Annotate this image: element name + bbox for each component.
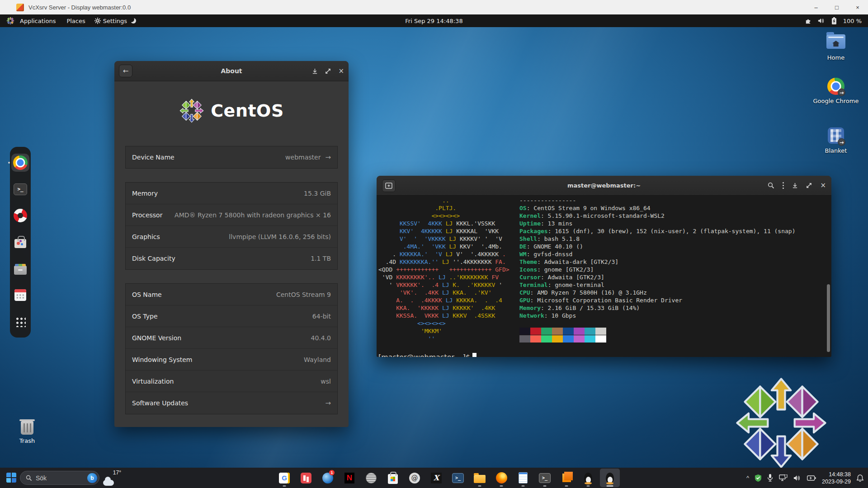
menu-kebab-icon[interactable] xyxy=(783,185,784,186)
taskbar-app-netflix[interactable]: N xyxy=(340,469,359,487)
terminal-line: '' xyxy=(378,335,831,343)
terminal-line: KKSSA. VKKK LJ KKKV .4SSKKNetwork: 10 Gb… xyxy=(378,312,831,319)
about-row-software-updates[interactable]: Software Updates→ xyxy=(126,392,337,414)
network-display-icon[interactable] xyxy=(779,474,788,482)
topbar-clock[interactable]: Fri Sep 29 14:48:38 xyxy=(405,18,462,24)
back-button[interactable]: ← xyxy=(119,65,132,77)
notification-bell-icon[interactable] xyxy=(857,474,863,482)
terminal-scrollbar[interactable] xyxy=(827,284,830,352)
gear-icon xyxy=(94,18,101,24)
taskbar-app-wsl-tux[interactable] xyxy=(578,469,598,487)
taskbar-app-red-tiles[interactable] xyxy=(296,469,316,487)
help-icon xyxy=(14,209,27,222)
dock-item-terminal[interactable]: >_ xyxy=(11,180,29,198)
close-icon[interactable]: × xyxy=(820,182,826,189)
about-row-gnome-version: GNOME Version40.4.0 xyxy=(126,327,337,349)
about-headerbar[interactable]: ← About × xyxy=(114,61,349,81)
desktop-icon-trash[interactable]: Trash xyxy=(13,421,42,444)
close-button[interactable]: × xyxy=(847,0,868,14)
moon-icon[interactable] xyxy=(131,18,136,23)
taskbar-app-powershell[interactable]: >_ xyxy=(448,469,468,487)
dock-item-app-grid[interactable] xyxy=(11,313,29,331)
minimize-icon[interactable] xyxy=(792,183,798,188)
dock: >_ xyxy=(10,147,31,338)
about-row-processor: ProcessorAMD® Ryzen 7 5800h with radeon … xyxy=(126,204,337,226)
taskbar-app-cmd[interactable]: >_ xyxy=(535,469,555,487)
menu-applications[interactable]: Applications xyxy=(20,18,56,24)
minimize-icon[interactable] xyxy=(312,68,318,74)
taskbar-app-file-explorer[interactable] xyxy=(470,469,490,487)
menu-places[interactable]: Places xyxy=(66,18,85,24)
dock-item-file-cabinet[interactable] xyxy=(11,260,29,278)
windows-titlebar[interactable]: VcXsrv Server - Display webmaster:0.0 – … xyxy=(0,0,868,14)
taskbar-app-ms-store[interactable] xyxy=(383,469,403,487)
about-row-device-name[interactable]: Device Namewebmaster→ xyxy=(126,146,337,168)
taskbar-app-notepad[interactable] xyxy=(513,469,533,487)
distro-menu-icon[interactable] xyxy=(6,17,14,25)
dock-item-software[interactable] xyxy=(11,233,29,251)
taskbar-app-firefox[interactable] xyxy=(491,469,511,487)
shortcut-arrow-icon: → xyxy=(838,89,845,96)
speaker-icon[interactable] xyxy=(793,475,801,481)
hidden-icons-chevron[interactable]: ^ xyxy=(746,474,749,481)
ascii-art-segment: .. xyxy=(378,197,519,204)
taskbar-app-sticky-notes[interactable] xyxy=(557,469,576,487)
terminal-line: ' VKKKKK'. .4 LJ K. .'KKKKKV 'Terminal: … xyxy=(378,281,831,289)
search-icon[interactable] xyxy=(768,182,774,189)
battery-icon[interactable] xyxy=(831,17,837,25)
speaker-icon[interactable] xyxy=(818,18,825,24)
new-tab-button[interactable] xyxy=(382,179,396,192)
taskbar-app-debian-spiral[interactable]: @ xyxy=(405,469,425,487)
about-title: About xyxy=(221,67,242,75)
battery-percent[interactable]: 100 % xyxy=(843,18,862,24)
weather-widget[interactable]: 17° xyxy=(103,469,121,487)
dock-item-help[interactable] xyxy=(11,206,29,225)
terminal-line: .4MA.' 'VKK LJ KKV' '.4Mb.DE: GNOME 40.1… xyxy=(378,243,831,250)
row-value: AMD® Ryzen 7 5800h with radeon graphics … xyxy=(175,211,331,219)
terminal-output[interactable]: ..---------------- .PLTJ.OS: CentOS Stre… xyxy=(377,196,831,357)
bing-icon[interactable]: b xyxy=(87,473,97,483)
row-value: 15.3 GiB xyxy=(304,190,331,197)
sysinfo-segment: Memory: 2.16 GiB / 15.33 GiB (14%) xyxy=(519,304,640,312)
dock-item-chrome[interactable] xyxy=(11,154,29,172)
maximize-icon[interactable] xyxy=(806,183,812,188)
tray-clock[interactable]: 14:48:38 2023-09-29 xyxy=(822,471,851,485)
taskbar-app-gray-disc[interactable] xyxy=(361,469,381,487)
taskbar-app-google-news[interactable]: G xyxy=(274,469,294,487)
palette-swatch xyxy=(563,335,574,343)
search-input[interactable]: Sök b xyxy=(20,471,99,485)
ms-store-icon xyxy=(388,474,398,484)
taskbar-app-xserver[interactable]: X xyxy=(426,469,446,487)
maximize-icon[interactable] xyxy=(325,68,331,74)
terminal-headerbar[interactable]: master@webmaster:~ × xyxy=(377,176,831,196)
firefox-icon xyxy=(496,472,507,483)
puzzle-icon[interactable] xyxy=(805,18,811,24)
dock-item-calendar[interactable] xyxy=(11,286,29,304)
sysinfo-segment: CPU: AMD Ryzen 7 5800H (16) @ 3.1GHz xyxy=(519,289,647,296)
desktop[interactable]: >_ Home → Google Chrome → Blanket Trash … xyxy=(0,27,868,468)
palette-swatch xyxy=(552,328,563,335)
weather-temp: 17° xyxy=(113,469,121,476)
ascii-art-segment: .4MA.' 'VKK LJ KKV' '.4Mb. xyxy=(378,243,519,250)
desktop-icon-home[interactable]: Home xyxy=(811,33,861,61)
row-label: Disk Capacity xyxy=(132,255,175,262)
terminal-line: A. . .4KKKK LJ KKKKA. . .4GPU: Microsoft… xyxy=(378,296,831,304)
security-shield-icon[interactable] xyxy=(755,474,761,482)
menu-settings[interactable]: Settings xyxy=(94,18,127,24)
taskbar-app-mail[interactable]: 1 xyxy=(318,469,338,487)
taskbar-apps: G1N@X>_>_ xyxy=(274,469,622,487)
cloud-icon xyxy=(103,480,114,486)
maximize-button[interactable]: □ xyxy=(826,0,847,14)
microphone-icon[interactable] xyxy=(767,474,773,482)
window-title: VcXsrv Server - Display webmaster:0.0 xyxy=(28,4,131,11)
row-label: Processor xyxy=(132,211,162,219)
close-icon[interactable]: × xyxy=(338,68,344,75)
desktop-icon-blanket[interactable]: → Blanket xyxy=(811,127,861,154)
row-label: GNOME Version xyxy=(132,334,181,342)
ascii-art-segment: '' xyxy=(378,335,519,343)
battery-charging-icon[interactable] xyxy=(807,475,816,481)
desktop-icon-google-chrome[interactable]: → Google Chrome xyxy=(811,78,861,104)
minimize-button[interactable]: – xyxy=(806,0,826,14)
taskbar-app-vcxsrv-tux[interactable] xyxy=(600,469,620,487)
start-button[interactable] xyxy=(6,473,16,483)
